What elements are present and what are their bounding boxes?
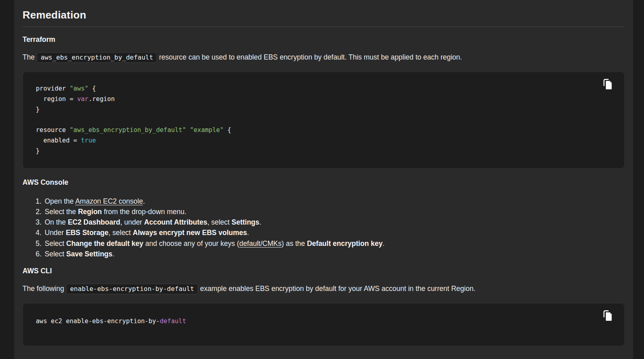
list-item: Select Save Settings. — [43, 249, 625, 259]
text-segment: Open the — [45, 197, 75, 205]
bold-text: Save Settings — [66, 250, 113, 258]
text-segment: . — [382, 239, 384, 248]
text-segment: and choose any of your keys ( — [143, 239, 239, 248]
code-token: var — [77, 95, 89, 103]
bold-text: Settings — [231, 218, 259, 226]
text-segment: . — [247, 229, 249, 237]
list-item: Select the Region from the drop-down men… — [43, 206, 625, 217]
console-steps-list: Open the Amazon EC2 console.Select the R… — [23, 196, 625, 260]
copy-icon — [602, 78, 613, 91]
copy-icon — [602, 309, 613, 322]
section-aws-console: AWS Console Open the Amazon EC2 console.… — [23, 178, 625, 260]
main-content: Remediation Terraform The aws_ebs_encryp… — [14, 0, 633, 359]
code-token: default — [160, 318, 186, 325]
code-token: provider — [36, 85, 70, 92]
code-token: "example" — [190, 126, 224, 134]
bold-text: EC2 Dashboard — [68, 218, 120, 226]
page-background: Remediation Terraform The aws_ebs_encryp… — [0, 0, 644, 359]
text-segment: , select — [207, 218, 231, 226]
bold-text: Region — [78, 208, 102, 216]
text-segment: example enables EBS encryption by defaul… — [198, 285, 475, 293]
text-segment: , select — [109, 229, 133, 237]
text-segment: Select — [45, 250, 66, 258]
text-segment: The following — [23, 285, 66, 293]
inline-code: enable-ebs-encryption-by-default — [66, 284, 198, 294]
code-token: "aws" — [70, 85, 89, 92]
text-segment: Select — [45, 239, 66, 248]
copy-button[interactable] — [601, 77, 614, 91]
code-token: "aws_ebs_encryption_by_default" — [70, 126, 186, 134]
terraform-heading: Terraform — [23, 35, 625, 43]
text-segment: , under — [120, 218, 144, 226]
code-token: true — [81, 137, 96, 144]
list-item: Under EBS Storage, select Always encrypt… — [43, 227, 625, 238]
text-segment: ) as the — [281, 239, 307, 248]
code-token: aws ec2 enable-ebs-encryption-by- — [36, 318, 160, 325]
inline-code: aws_ebs_encryption_by_default — [37, 52, 157, 63]
code-token: region = — [36, 95, 77, 103]
cli-heading: AWS CLI — [23, 267, 625, 275]
section-terraform: Terraform The aws_ebs_encryption_by_defa… — [23, 35, 625, 169]
cli-code-block: aws ec2 enable-ebs-encryption-by-default — [23, 303, 625, 346]
list-item: Select Change the default key and choose… — [43, 238, 625, 249]
code-token: enabled = — [36, 137, 81, 144]
bold-text: EBS Storage — [66, 229, 109, 237]
code-token: } — [36, 147, 39, 155]
section-aws-cli: AWS CLI The following enable-ebs-encrypt… — [23, 267, 625, 346]
text-segment: . — [143, 197, 145, 205]
title-divider — [23, 27, 625, 27]
code-token: resource — [36, 126, 70, 134]
list-item: Open the Amazon EC2 console. — [43, 196, 625, 206]
text-segment: Under — [45, 229, 66, 237]
bold-text: Account Attributes — [144, 218, 207, 226]
terraform-intro: The aws_ebs_encryption_by_default resour… — [23, 52, 625, 62]
bold-text: Default encryption key — [307, 239, 383, 248]
code-token — [186, 126, 190, 134]
console-heading: AWS Console — [23, 178, 625, 186]
doc-link[interactable]: default/CMKs — [239, 239, 281, 248]
page-title: Remediation — [23, 9, 625, 21]
text-segment: from the drop-down menu. — [102, 208, 186, 216]
text-segment: On the — [45, 218, 68, 226]
text-segment: Select the — [45, 208, 78, 216]
copy-button[interactable] — [601, 309, 614, 322]
text-segment: The — [23, 53, 37, 61]
text-segment: . — [112, 250, 114, 258]
list-item: On the EC2 Dashboard, under Account Attr… — [43, 217, 625, 227]
bold-text: Change the default key — [66, 239, 144, 248]
code-token: .region — [89, 95, 115, 103]
doc-link[interactable]: Amazon EC2 console — [75, 197, 143, 205]
cli-code: aws ec2 enable-ebs-encryption-by-default — [36, 316, 611, 327]
bold-text: Always encrypt new EBS volumes — [133, 229, 247, 237]
terraform-code-block: provider "aws" { region = var.region } r… — [23, 72, 625, 169]
code-token: { — [224, 126, 231, 134]
code-token: { — [89, 85, 96, 92]
text-segment: . — [259, 218, 261, 226]
terraform-code: provider "aws" { region = var.region } r… — [36, 84, 611, 157]
text-segment: resource can be used to enabled EBS encr… — [157, 53, 462, 61]
code-token: } — [36, 106, 39, 113]
cli-intro: The following enable-ebs-encryption-by-d… — [23, 284, 625, 294]
